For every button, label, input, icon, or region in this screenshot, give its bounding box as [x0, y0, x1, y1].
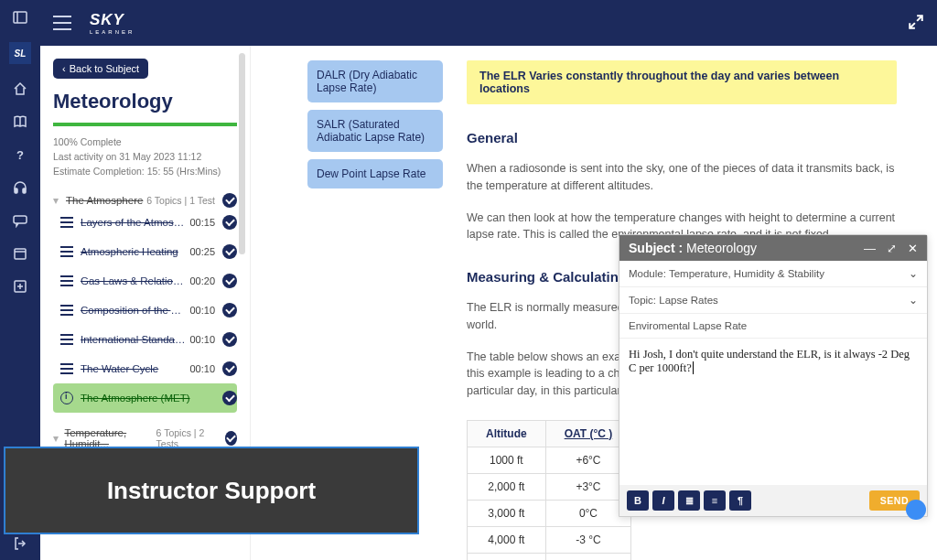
check-icon — [222, 193, 237, 208]
check-icon — [222, 391, 237, 405]
check-icon — [222, 303, 237, 318]
calendar-icon[interactable] — [12, 245, 28, 262]
topic-watercycle[interactable]: The Water Cycle00:10 — [53, 354, 237, 383]
back-button[interactable]: ‹ Back to Subject — [53, 59, 148, 79]
format-button[interactable]: ¶ — [729, 490, 751, 511]
estimate-text: Estimate Completion: 15: 55 (Hrs:Mins) — [53, 165, 237, 179]
paragraph: When a radiosonde is sent into the sky, … — [467, 160, 897, 195]
check-icon — [222, 215, 237, 230]
topic-gaslaws[interactable]: Gas Laws & Relationships00:20 — [53, 266, 237, 296]
help-icon[interactable]: ? — [12, 146, 28, 163]
check-icon — [222, 332, 237, 347]
headphones-icon[interactable] — [12, 179, 28, 196]
home-icon[interactable] — [12, 81, 28, 97]
check-icon — [222, 274, 237, 288]
brand-tagline: LEARNER — [90, 29, 135, 35]
expand-icon[interactable] — [908, 14, 924, 33]
list-icon — [60, 275, 73, 286]
chevron-down-icon: ⌄ — [909, 294, 918, 307]
info-icon — [60, 392, 73, 404]
list-icon — [60, 363, 73, 374]
chevron-down-icon: ▾ — [53, 432, 60, 445]
add-icon[interactable] — [12, 278, 28, 295]
lapse-rate-panel: DALR (Dry Adiabatic Lapse Rate) SALR (Sa… — [251, 46, 461, 196]
panel-icon[interactable] — [12, 9, 28, 26]
topic-atmosphere-met[interactable]: The Atmosphere (MET) — [53, 383, 237, 413]
table-row: 1000 ft+6°C — [468, 447, 631, 473]
chat-header[interactable]: Subject : Meteorology — ⤢ ✕ — [619, 235, 927, 261]
heading-general: General — [467, 130, 897, 145]
table-row: 5,000 ft-6 °C — [468, 553, 631, 560]
progress-text: 100% Complete — [53, 135, 237, 150]
list-icon — [60, 334, 73, 345]
chip-salr[interactable]: SALR (Saturated Adiabatic Lapse Rate) — [307, 110, 443, 152]
topic-layers[interactable]: Layers of the Atmosphere00:15 — [53, 208, 237, 237]
book-icon[interactable] — [12, 113, 28, 130]
italic-button[interactable]: I — [652, 490, 674, 511]
check-icon — [222, 244, 237, 259]
topic-heating[interactable]: Atmospheric Heating00:25 — [53, 237, 237, 266]
chip-dewpoint[interactable]: Dew Point Lapse Rate — [307, 159, 443, 188]
minimize-icon[interactable]: — — [864, 242, 876, 255]
section-label: The Atmosphere — [66, 195, 143, 206]
topic-isa[interactable]: International Standard Atmos...00:10 — [53, 325, 237, 354]
logout-icon[interactable] — [0, 536, 40, 551]
instructor-support-banner: Instructor Support — [4, 447, 419, 534]
table-row: 2,000 ft+3°C — [468, 473, 631, 500]
align-button[interactable]: ≣ — [678, 490, 700, 511]
expand-icon[interactable]: ⤢ — [887, 242, 897, 255]
list-icon — [60, 305, 73, 316]
check-icon — [222, 361, 237, 376]
highlight-note: The ELR Varies constantly throughout the… — [467, 60, 897, 104]
top-bar: SKY LEARNER — [40, 0, 937, 46]
topic-composition[interactable]: Composition of the Atmosphe...00:10 — [53, 296, 237, 325]
chevron-down-icon: ⌄ — [909, 267, 918, 280]
list-icon — [60, 217, 73, 228]
last-activity: Last activity on 31 May 2023 11:12 — [53, 150, 237, 165]
menu-icon[interactable] — [53, 16, 71, 30]
chevron-down-icon: ▾ — [53, 194, 62, 207]
chat-toolbar: B I ≣ ≡ ¶ SEND — [619, 485, 927, 516]
chat-topic-select[interactable]: Topic: Lapse Rates⌄ — [619, 287, 927, 314]
list-button[interactable]: ≡ — [704, 490, 726, 511]
rail-logo-icon[interactable]: SL — [9, 42, 31, 64]
oat-table: AltitudeOAT (°C ) 1000 ft+6°C 2,000 ft+3… — [467, 420, 631, 560]
th-altitude: Altitude — [468, 420, 546, 447]
back-label: Back to Subject — [70, 63, 139, 74]
svg-rect-4 — [23, 188, 26, 193]
check-icon — [225, 431, 237, 446]
chat-module-select[interactable]: Module: Temperature, Humidity & Stabilit… — [619, 261, 927, 287]
svg-rect-5 — [14, 216, 27, 223]
section-atmosphere[interactable]: ▾ The Atmosphere 6 Topics | 1 Test — [53, 193, 237, 208]
progress-bar — [53, 123, 237, 126]
scrollbar[interactable] — [239, 53, 245, 254]
section-info: 6 Topics | 1 Test — [146, 195, 215, 206]
table-row: 4,000 ft-3 °C — [468, 526, 631, 553]
brand-name: SKY — [90, 11, 124, 28]
bold-button[interactable]: B — [627, 490, 649, 511]
chat-title: Subject : Meteorology — [629, 241, 757, 255]
chat-bubble-icon[interactable] — [906, 500, 926, 520]
chat-icon[interactable] — [12, 212, 28, 229]
subject-title: Meteorology — [53, 90, 237, 113]
brand-logo: SKY LEARNER — [90, 11, 135, 35]
close-icon[interactable]: ✕ — [908, 242, 918, 255]
svg-rect-6 — [15, 249, 26, 259]
table-row: 3,000 ft0°C — [468, 500, 631, 526]
chat-subtopic: Enviromental Lapse Rate — [619, 314, 927, 339]
subject-meta: 100% Complete Last activity on 31 May 20… — [53, 135, 237, 178]
svg-rect-3 — [15, 188, 17, 193]
chevron-left-icon: ‹ — [62, 63, 66, 74]
svg-rect-0 — [14, 12, 27, 23]
chat-popup: Subject : Meteorology — ⤢ ✕ Module: Temp… — [619, 234, 928, 517]
list-icon — [60, 246, 73, 257]
chip-dalr[interactable]: DALR (Dry Adiabatic Lapse Rate) — [307, 60, 443, 102]
chat-textarea[interactable]: Hi Josh, I don't quite understand the EL… — [619, 339, 927, 485]
